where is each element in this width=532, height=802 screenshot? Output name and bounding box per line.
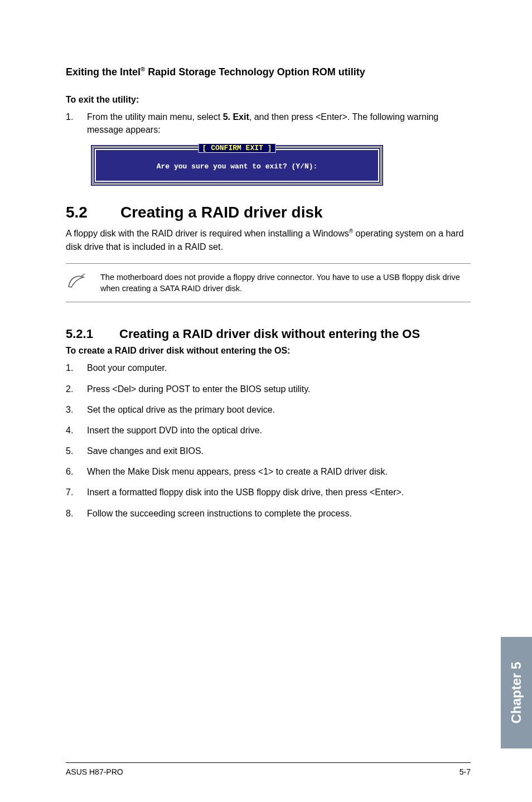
footer-page-number: 5-7 [460,767,471,776]
chapter-tab-text: Chapter 5 [509,662,524,724]
list-item: 8. Follow the succeeding screen instruct… [66,507,471,520]
list-item: 5. Save changes and exit BIOS. [66,445,471,457]
heading-5-2-1: 5.2.1Creating a RAID driver disk without… [66,327,471,341]
steps-list: 1. Boot your computer. 2. Press <Del> du… [66,361,471,520]
list-item: 2. Press <Del> during POST to enter the … [66,383,471,395]
step-number: 8. [66,507,87,520]
step-text-bold: 5. Exit [223,112,249,122]
list-item: 3. Set the optical drive as the primary … [66,403,471,416]
heading-text-pre: Exiting the Intel [66,66,141,78]
heading-5-2: 5.2Creating a RAID driver disk [66,204,471,221]
step-body: Boot your computer. [87,361,471,374]
step-body: When the Make Disk menu appears, press <… [87,465,471,478]
create-disk-label: To create a RAID driver disk without ent… [66,346,471,356]
heading-number: 5.2 [66,204,120,221]
note-icon [66,272,100,292]
step-number: 1. [66,361,87,374]
page-footer: ASUS H87-PRO 5-7 [66,762,471,776]
heading-number: 5.2.1 [66,327,119,341]
chapter-tab: Chapter 5 [501,637,532,748]
section-5-2-body: A floppy disk with the RAID driver is re… [66,227,471,253]
note-box: The motherboard does not provide a flopp… [66,263,471,303]
step-body: Set the optical drive as the primary boo… [87,403,471,416]
heading-text-post: Rapid Storage Technology Option ROM util… [145,66,365,78]
step-text-pre: From the utility main menu, select [87,112,223,122]
dialog-title: [ CONFIRM EXIT ] [199,143,276,153]
body-pre: A floppy disk with the RAID driver is re… [66,229,349,238]
list-item: 4. Insert the support DVD into the optic… [66,424,471,437]
step-number: 2. [66,383,87,395]
heading-reg-mark: ® [141,66,145,73]
footer-left: ASUS H87-PRO [66,767,123,776]
step-body: Follow the succeeding screen instruction… [87,507,471,520]
step-number: 4. [66,424,87,437]
step-body: Press <Del> during POST to enter the BIO… [87,383,471,395]
heading-title: Creating a RAID driver disk [120,204,323,221]
heading-title: Creating a RAID driver disk without ente… [119,327,420,341]
step-body: Save changes and exit BIOS. [87,445,471,457]
list-item: 1. Boot your computer. [66,361,471,374]
step-body: Insert the support DVD into the optical … [87,424,471,437]
exit-utility-label: To exit the utility: [66,95,471,105]
step-number: 5. [66,445,87,457]
confirm-exit-dialog: [ CONFIRM EXIT ] Are you sure you want t… [92,146,382,185]
list-item: 6. When the Make Disk menu appears, pres… [66,465,471,478]
exit-step-1: 1. From the utility main menu, select 5.… [66,110,471,136]
note-text: The motherboard does not provide a flopp… [100,272,471,294]
step-body: Insert a formatted floppy disk into the … [87,486,471,499]
dialog-message: Are you sure you want to exit? (Y/N): [96,162,378,171]
step-number: 7. [66,486,87,499]
step-number: 1. [66,110,87,136]
dialog-inner: [ CONFIRM EXIT ] Are you sure you want t… [95,149,379,182]
step-number: 3. [66,403,87,416]
list-item: 7. Insert a formatted floppy disk into t… [66,486,471,499]
step-number: 6. [66,465,87,478]
heading-exit-utility: Exiting the Intel® Rapid Storage Technol… [66,66,471,78]
step-body: From the utility main menu, select 5. Ex… [87,110,471,136]
